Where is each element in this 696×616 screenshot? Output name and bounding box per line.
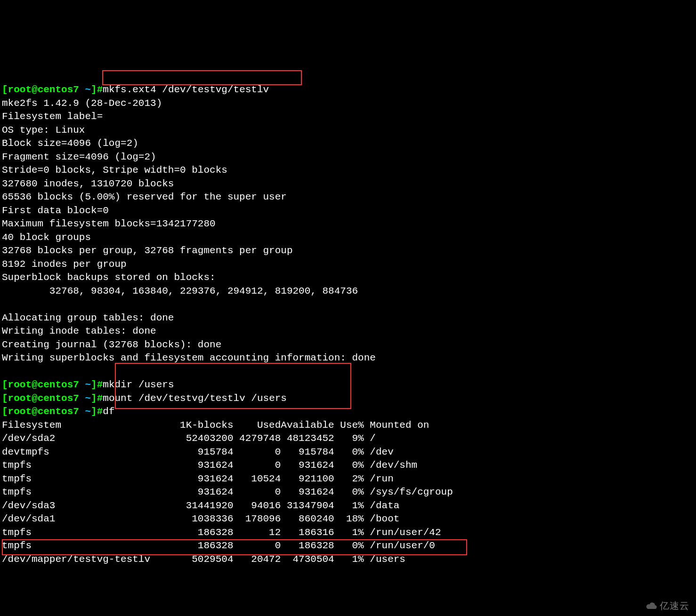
df-row: /dev/sda3 31441920 94016 31347904 1% /da…	[2, 500, 399, 511]
prompt-userhost: [root@centos7	[2, 406, 85, 417]
mkfs-line: Maximum filesystem blocks=1342177280	[2, 218, 216, 229]
mkfs-line: 32768 blocks per group, 32768 fragments …	[2, 245, 293, 256]
mkfs-line: OS type: Linux	[2, 125, 85, 136]
command-mkfs[interactable]: mkfs.ext4 /dev/testvg/testlv	[103, 84, 269, 95]
prompt-userhost: [root@centos7	[2, 393, 85, 404]
terminal[interactable]: [root@centos7 ~]#mkfs.ext4 /dev/testvg/t…	[0, 67, 696, 609]
df-header: Filesystem 1K-blocks UsedAvailable Use% …	[2, 420, 429, 431]
df-row: tmpfs 931624 0 931624 0% /sys/fs/cgroup	[2, 487, 453, 497]
command-mkdir[interactable]: mkdir /users	[103, 379, 174, 390]
mkfs-line: 8192 inodes per group	[2, 259, 127, 270]
prompt-hash: ]#	[91, 84, 103, 95]
mkfs-line: 65536 blocks (5.00%) reserved for the su…	[2, 192, 287, 202]
watermark: 亿速云	[639, 585, 689, 612]
prompt-hash: ]#	[91, 379, 103, 390]
mkfs-line: Stride=0 blocks, Stripe width=0 blocks	[2, 165, 227, 176]
df-row: devtmpfs 915784 0 915784 0% /dev	[2, 447, 394, 457]
prompt-dir: ~	[85, 84, 91, 95]
prompt-dir: ~	[85, 379, 91, 390]
df-row: tmpfs 931624 0 931624 0% /dev/shm	[2, 460, 417, 471]
mkfs-line: 327680 inodes, 1310720 blocks	[2, 178, 174, 189]
prompt-userhost: [root@centos7	[2, 84, 85, 95]
mkfs-line: Creating journal (32768 blocks): done	[2, 339, 221, 350]
mkfs-line: 32768, 98304, 163840, 229376, 294912, 81…	[2, 286, 358, 296]
command-mount[interactable]: mount /dev/testvg/testlv /users	[103, 393, 287, 404]
mkfs-line: Superblock backups stored on blocks:	[2, 272, 221, 283]
mkfs-line: Filesystem label=	[2, 111, 103, 122]
highlight-box-mkfs	[102, 70, 302, 85]
df-row: /dev/sda1 1038336 178096 860240 18% /boo…	[2, 513, 399, 524]
df-row: tmpfs 186328 12 186316 1% /run/user/42	[2, 527, 441, 538]
mkfs-line: Writing inode tables: done	[2, 326, 323, 336]
df-row: tmpfs 186328 0 186328 0% /run/user/0	[2, 540, 435, 551]
mkfs-line: Fragment size=4096 (log=2)	[2, 152, 156, 162]
mkfs-line: First data block=0	[2, 205, 109, 216]
df-row: /dev/mapper/testvg-testlv 5029504 20472 …	[2, 554, 405, 565]
prompt-dir: ~	[85, 406, 91, 417]
mkfs-line: Writing superblocks and filesystem accou…	[2, 352, 382, 363]
command-df[interactable]: df	[103, 406, 114, 417]
df-row: tmpfs 931624 10524 921100 2% /run	[2, 473, 394, 484]
mkfs-line: 40 block groups	[2, 232, 91, 243]
mkfs-line: mke2fs 1.42.9 (28-Dec-2013)	[2, 98, 162, 109]
prompt-hash: ]#	[91, 406, 103, 417]
prompt-userhost: [root@centos7	[2, 379, 85, 390]
df-row: /dev/sda2 52403200 4279748 48123452 9% /	[2, 433, 376, 444]
mkfs-line: Block size=4096 (log=2)	[2, 138, 138, 149]
prompt-hash: ]#	[91, 393, 103, 404]
prompt-dir: ~	[85, 393, 91, 404]
cloud-icon	[646, 602, 658, 610]
mkfs-line: Allocating group tables: done	[2, 312, 340, 323]
